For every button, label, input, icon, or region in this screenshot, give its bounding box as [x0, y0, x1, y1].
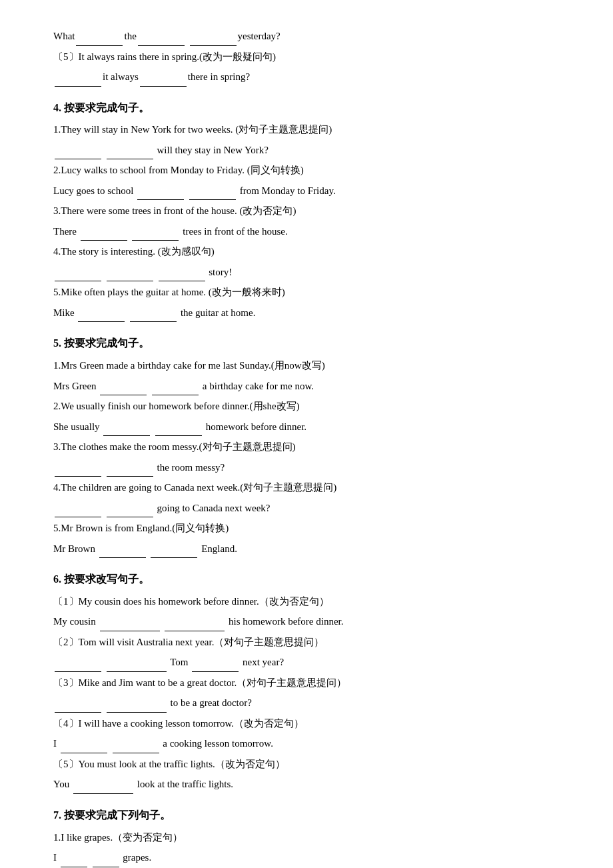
- s4-blank5[interactable]: [81, 240, 127, 241]
- s4-blank8[interactable]: [107, 281, 153, 281]
- intro-line2: 〔5〕It always rains there in spring.(改为一般…: [53, 47, 560, 67]
- s5-blank2[interactable]: [152, 395, 199, 395]
- s4-item3-original: 3.There were some trees in front of the …: [53, 201, 560, 221]
- s5-item3-answer: the room messy?: [53, 458, 560, 477]
- intro-line1: Whatthe yesterday?: [53, 27, 560, 46]
- blank-what2[interactable]: [138, 45, 185, 46]
- s7-item1-original: 1.I like grapes.（变为否定句）: [53, 828, 560, 847]
- s6-item4-original: 〔4〕I will have a cooking lesson tomorrow…: [53, 714, 560, 733]
- s4-blank7[interactable]: [55, 281, 101, 281]
- section7: 7. 按要求完成下列句子。 1.I like grapes.（变为否定句） I …: [53, 806, 560, 868]
- s4-item2-original: 2.Lucy walks to school from Monday to Fr…: [53, 161, 560, 180]
- s6-item2-answer: Tom next year?: [53, 653, 560, 672]
- section7-title: 7. 按要求完成下列句子。: [53, 806, 560, 825]
- s6-blank8[interactable]: [61, 753, 107, 753]
- s4-item4-original: 4.The story is interesting. (改为感叹句): [53, 242, 560, 261]
- s6-item3-original: 〔3〕Mike and Jim want to be a great docto…: [53, 673, 560, 693]
- s6-blank10[interactable]: [73, 793, 133, 794]
- s6-item4-answer: I a cooking lesson tomorrow.: [53, 734, 560, 753]
- s5-blank4[interactable]: [155, 435, 202, 436]
- blank-what3[interactable]: [190, 45, 237, 46]
- blank-it2[interactable]: [140, 86, 187, 87]
- s5-blank1[interactable]: [100, 395, 147, 395]
- s4-item2-answer: Lucy goes to school from Monday to Frida…: [53, 181, 560, 201]
- s6-item1-answer: My cousin his homework before dinner.: [53, 612, 560, 631]
- s4-blank11[interactable]: [130, 321, 177, 322]
- s6-blank6[interactable]: [55, 712, 101, 713]
- s6-item5-original: 〔5〕You must look at the traffic lights.（…: [53, 755, 560, 774]
- s5-blank5[interactable]: [55, 476, 101, 477]
- s7-blank1[interactable]: [61, 867, 87, 867]
- s5-blank8[interactable]: [107, 517, 153, 517]
- section4: 4. 按要求完成句子。 1.They will stay in New York…: [53, 99, 560, 323]
- section5-title: 5. 按要求完成句子。: [53, 334, 560, 353]
- s4-item1-original: 1.They will stay in New York for two wee…: [53, 120, 560, 139]
- s4-blank1[interactable]: [55, 159, 101, 159]
- s5-item4-answer: going to Canada next week?: [53, 499, 560, 518]
- blank-it1[interactable]: [55, 86, 101, 87]
- s5-item5-original: 5.Mr Brown is from England.(同义句转换): [53, 519, 560, 538]
- s4-item4-answer: story!: [53, 263, 560, 282]
- s4-item5-answer: Mike the guitar at home.: [53, 303, 560, 323]
- blank-what1[interactable]: [76, 45, 123, 46]
- s6-blank9[interactable]: [113, 753, 159, 753]
- s6-blank1[interactable]: [100, 631, 160, 631]
- intro-line2-text: 〔5〕It always rains there in spring.(改为一般…: [53, 51, 276, 62]
- s6-blank5[interactable]: [192, 671, 239, 672]
- the-text: the: [124, 31, 136, 41]
- s6-blank2[interactable]: [165, 631, 225, 631]
- s4-blank4[interactable]: [189, 199, 236, 200]
- s5-item5-answer: Mr Brown England.: [53, 539, 560, 559]
- s4-blank3[interactable]: [137, 199, 184, 200]
- s4-blank2[interactable]: [107, 159, 153, 159]
- s6-blank7[interactable]: [107, 712, 167, 713]
- s6-item1-original: 〔1〕My cousin does his homework before di…: [53, 592, 560, 611]
- s5-item1-original: 1.Mrs Green made a birthday cake for me …: [53, 356, 560, 375]
- s4-blank9[interactable]: [159, 281, 205, 281]
- s4-item5-original: 5.Mike often plays the guitar at home. (…: [53, 283, 560, 302]
- s4-blank10[interactable]: [78, 321, 125, 322]
- s6-item2-original: 〔2〕Tom will visit Australia next year.（对…: [53, 633, 560, 652]
- what-text: What: [53, 31, 75, 41]
- s7-item1-answer: I grapes.: [53, 848, 560, 867]
- s6-blank4[interactable]: [107, 671, 167, 672]
- s5-item2-original: 2.We usually finish our homework before …: [53, 397, 560, 416]
- s5-blank7[interactable]: [55, 517, 101, 517]
- s5-item3-original: 3.The clothes make the room messy.(对句子主题…: [53, 437, 560, 457]
- s7-blank2[interactable]: [93, 867, 119, 867]
- section5: 5. 按要求完成句子。 1.Mrs Green made a birthday …: [53, 334, 560, 558]
- intro-line3: it alwaysthere in spring?: [53, 67, 560, 87]
- s5-blank9[interactable]: [99, 557, 146, 558]
- s5-blank6[interactable]: [107, 476, 153, 477]
- s4-blank6[interactable]: [132, 240, 179, 241]
- section6-title: 6. 按要求改写句子。: [53, 570, 560, 589]
- s4-item3-answer: There trees in front of the house.: [53, 222, 560, 241]
- section4-title: 4. 按要求完成句子。: [53, 99, 560, 118]
- intro-section: Whatthe yesterday? 〔5〕It always rains th…: [53, 27, 560, 87]
- s6-blank3[interactable]: [55, 671, 101, 672]
- s4-item1-answer: will they stay in New York?: [53, 141, 560, 160]
- section6: 6. 按要求改写句子。 〔1〕My cousin does his homewo…: [53, 570, 560, 794]
- s6-item5-answer: You look at the traffic lights.: [53, 775, 560, 794]
- s5-item1-answer: Mrs Green a birthday cake for me now.: [53, 377, 560, 396]
- s6-item3-answer: to be a great doctor?: [53, 693, 560, 713]
- s5-blank10[interactable]: [151, 557, 197, 558]
- s5-item2-answer: She usually homework before dinner.: [53, 417, 560, 437]
- s5-item4-original: 4.The children are going to Canada next …: [53, 478, 560, 497]
- s5-blank3[interactable]: [103, 435, 150, 436]
